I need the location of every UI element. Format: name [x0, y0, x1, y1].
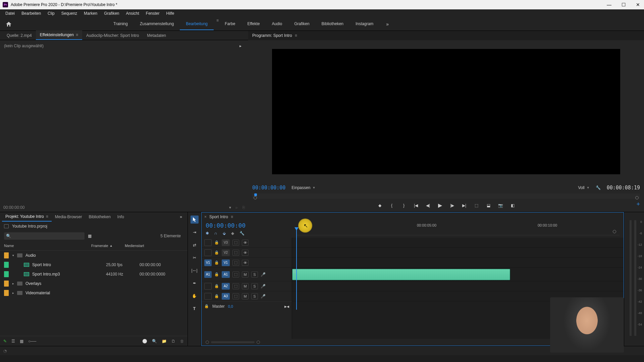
panel-menu-icon[interactable]: ≡	[231, 215, 233, 219]
solo-button[interactable]: S	[251, 283, 258, 289]
hand-tool[interactable]: ✋	[191, 292, 199, 300]
playhead-line[interactable]	[296, 229, 297, 310]
selection-tool[interactable]	[191, 216, 199, 224]
list-view-button[interactable]: ✎	[3, 339, 7, 344]
home-button[interactable]	[4, 19, 13, 29]
workspace-effekte[interactable]: Effekte	[241, 18, 266, 30]
lock-icon[interactable]: 🔒	[214, 240, 219, 245]
workspace-training[interactable]: Training	[107, 18, 134, 30]
solo-button[interactable]: S	[251, 272, 258, 278]
panel-menu-icon[interactable]: ≡	[46, 214, 48, 219]
voiceover-icon[interactable]: 🎤	[261, 284, 266, 289]
col-mediastart[interactable]: Medienstart	[125, 242, 165, 249]
delete-button[interactable]: 🗑	[180, 339, 184, 344]
snap-icon[interactable]: ✱	[206, 231, 209, 236]
source-tab[interactable]: Quelle: 2.mp4	[3, 31, 36, 40]
lock-icon[interactable]: 🔒	[214, 260, 219, 265]
work-area-handle[interactable]	[613, 230, 616, 233]
project-tab[interactable]: Bibliotheken	[85, 213, 114, 221]
razor-tool[interactable]: ✂	[191, 254, 199, 262]
workspace-bearbeitung[interactable]: Bearbeitung	[180, 18, 214, 30]
lock-icon[interactable]: 🔒	[214, 250, 219, 255]
add-marker-button[interactable]: ◆	[377, 203, 383, 208]
zoom-bar[interactable]	[211, 341, 255, 343]
type-tool[interactable]: T	[191, 305, 199, 313]
track-target[interactable]: V1	[222, 259, 230, 266]
project-tab[interactable]: Projekt: Youtube Intro≡	[2, 212, 52, 222]
sync-lock-icon[interactable]: ⬚	[232, 293, 239, 299]
project-item[interactable]: Sport Intro25,00 fps00:00:00:00	[0, 260, 187, 269]
workspace-instagram[interactable]: Instagram	[350, 18, 379, 30]
voiceover-icon[interactable]: 🎤	[261, 272, 266, 277]
lock-icon[interactable]: 🔒	[214, 272, 219, 277]
project-item[interactable]: ▾Audio	[0, 251, 187, 260]
menu-grafiken[interactable]: Grafiken	[101, 10, 122, 17]
timeline-close-button[interactable]: ×	[204, 215, 207, 219]
workspace-menu-icon[interactable]: ≡	[216, 18, 219, 30]
project-item[interactable]: ▸Videomaterial	[0, 288, 187, 298]
extract-button[interactable]: ⬓	[485, 203, 491, 208]
mark-out-button[interactable]: }	[401, 203, 407, 208]
label-color-chip[interactable]	[4, 252, 9, 258]
menu-sequenz[interactable]: Sequenz	[59, 10, 80, 17]
sync-lock-icon[interactable]: ⬚	[232, 250, 239, 256]
toggle-output-icon[interactable]: 👁	[242, 260, 249, 266]
step-back-button[interactable]: ◀|	[425, 203, 431, 208]
project-item[interactable]: ▸Overlays	[0, 279, 187, 288]
lock-icon[interactable]: 🔒	[214, 284, 219, 288]
track-target[interactable]: V3	[222, 239, 230, 246]
source-patch[interactable]	[204, 239, 212, 246]
close-button[interactable]: ✕	[635, 1, 641, 8]
twisty-icon[interactable]: ▾	[11, 254, 15, 257]
source-tab[interactable]: Audioclip-Mischer: Sport Intro	[82, 31, 143, 40]
solo-button[interactable]: S	[251, 293, 258, 299]
audio-track-lane[interactable]	[292, 281, 624, 291]
project-tab[interactable]: Media-Browser	[52, 213, 86, 221]
label-color-chip[interactable]	[4, 271, 9, 277]
video-track-lane[interactable]	[292, 248, 624, 258]
menu-bearbeiten[interactable]: Bearbeiten	[19, 10, 44, 17]
timeline-settings-icon[interactable]: 🔧	[239, 231, 245, 236]
menu-ansicht[interactable]: Ansicht	[123, 10, 142, 17]
source-tab[interactable]: Metadaten	[143, 31, 170, 40]
program-monitor[interactable]	[248, 40, 644, 183]
panel-menu-icon[interactable]: ≡	[76, 33, 78, 37]
new-bin-icon[interactable]: ▦	[88, 234, 92, 238]
timeline-ruler[interactable]: 00:00:05:0000:00:10:00	[296, 222, 620, 235]
overwrite-icon[interactable]: ⎘	[243, 205, 245, 210]
timeline-sequence-name[interactable]: Sport Intro	[209, 215, 228, 219]
source-patch[interactable]	[204, 249, 212, 256]
source-patch[interactable]	[204, 293, 212, 300]
insert-icon[interactable]: ▹	[236, 205, 238, 210]
slip-tool[interactable]: |↔|	[191, 266, 199, 275]
mute-button[interactable]: M	[242, 272, 249, 278]
maximize-button[interactable]: ☐	[620, 1, 627, 8]
mark-in-button[interactable]: {	[389, 203, 395, 208]
panel-menu-icon[interactable]: ≡	[295, 33, 297, 38]
program-scrubber[interactable]	[252, 193, 640, 199]
add-marker-icon[interactable]: ⬙	[223, 231, 226, 236]
new-bin-button[interactable]: 📁	[162, 339, 167, 344]
track-target[interactable]: A2	[222, 283, 230, 290]
new-item-button[interactable]: 🗋	[171, 339, 175, 344]
ripple-edit-tool[interactable]: ⇄	[191, 241, 199, 249]
sync-lock-icon[interactable]: ⬚	[232, 240, 239, 246]
timeline-marker-icon[interactable]: ◆	[231, 231, 234, 236]
col-name[interactable]: Name	[4, 242, 91, 249]
master-value[interactable]: 0,0	[228, 304, 233, 308]
freeform-view-button[interactable]: ▦	[20, 339, 23, 344]
project-search[interactable]: 🔍	[4, 232, 85, 240]
label-color-chip[interactable]	[4, 290, 9, 296]
step-forward-button[interactable]: |▶	[449, 203, 455, 208]
lock-icon[interactable]: 🔒	[204, 304, 209, 308]
workspace-bibliotheken[interactable]: Bibliotheken	[316, 18, 350, 30]
icon-view-button[interactable]: ☰	[11, 339, 15, 344]
toggle-output-icon[interactable]: 👁	[242, 250, 249, 256]
zoom-handle-left[interactable]	[206, 341, 209, 344]
workspace-grafiken[interactable]: Grafiken	[288, 18, 315, 30]
project-tab[interactable]: Info	[114, 213, 127, 221]
menu-datei[interactable]: Datei	[3, 10, 17, 17]
menu-fenster[interactable]: Fenster	[143, 10, 162, 17]
audio-track-lane[interactable]	[292, 268, 624, 281]
fit-dropdown[interactable]: Einpassen ▼	[291, 185, 315, 190]
